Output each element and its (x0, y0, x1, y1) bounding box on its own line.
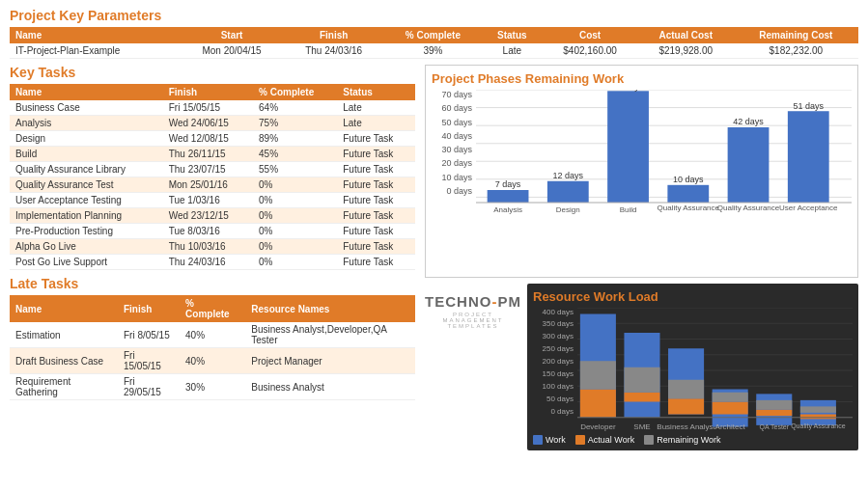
table-cell: Thu 10/03/16 (163, 239, 253, 255)
params-cell: Late (482, 43, 542, 59)
y-label-70: 70 days (441, 90, 472, 99)
late-tasks-col-header: Resource Names (245, 295, 415, 322)
svg-text:Developer: Developer (580, 422, 616, 431)
table-row: Post Go Live SupportThu 24/03/160%Future… (10, 255, 415, 270)
table-cell: Post Go Live Support (10, 255, 163, 270)
table-cell: Future Task (337, 131, 415, 147)
legend-work-label: Work (546, 435, 566, 445)
svg-text:Quality Assurance: Quality Assurance (717, 204, 780, 212)
table-cell: Late (337, 116, 415, 131)
svg-text:Design: Design (556, 205, 580, 214)
table-cell: Mon 25/01/16 (163, 177, 253, 193)
svg-text:Business Analyst: Business Analyst (657, 422, 715, 431)
svg-text:Analysis: Analysis (493, 205, 522, 214)
svg-rect-51 (713, 392, 748, 401)
legend-work: Work (533, 435, 566, 445)
y-label-60: 60 days (441, 103, 472, 113)
table-row: EstimationFri 8/05/1540%Business Analyst… (10, 322, 415, 348)
params-cell: IT-Project-Plan-Example (10, 43, 180, 59)
params-cell: Mon 20/04/15 (180, 43, 283, 59)
y-label-10: 10 days (441, 173, 472, 182)
late-tasks-body: EstimationFri 8/05/1540%Business Analyst… (10, 322, 415, 400)
project-params-title: Project Key Parameters (10, 8, 858, 23)
svg-text:User Acceptance: User Acceptance (779, 204, 838, 212)
svg-rect-47 (668, 379, 704, 398)
svg-text:Quality Assurance: Quality Assurance (791, 422, 846, 429)
svg-text:Quality Assurance: Quality Assurance (658, 204, 720, 212)
table-cell: Future Task (337, 255, 415, 270)
svg-text:7 days: 7 days (495, 179, 521, 189)
table-cell: Project Manager (245, 348, 415, 374)
table-row: Quality Assurance TestMon 25/01/160%Futu… (10, 177, 415, 193)
key-tasks-title: Key Tasks (10, 65, 415, 80)
svg-rect-59 (800, 406, 836, 413)
resource-chart-inner: 0 days 50 days 100 days 150 days 200 day… (533, 308, 853, 433)
y-label-40: 40 days (441, 131, 472, 141)
y-label-50: 50 days (441, 118, 472, 127)
svg-text:QA Tester: QA Tester (759, 423, 789, 431)
table-cell: Quality Assurance Library (10, 162, 163, 177)
table-cell: Fri 15/05/15 (163, 100, 253, 116)
table-cell: Alpha Go Live (10, 239, 163, 255)
table-cell: Wed 12/08/15 (163, 131, 253, 147)
svg-rect-10 (547, 181, 589, 203)
table-cell: 55% (253, 162, 337, 177)
table-cell: Thu 23/07/15 (163, 162, 253, 177)
legend-remaining-label: Remaining Work (657, 435, 720, 445)
key-tasks-col-header: Finish (163, 84, 253, 100)
late-tasks-col-header: Name (10, 295, 118, 322)
svg-rect-46 (668, 398, 704, 414)
table-cell: Fri 8/05/15 (118, 322, 180, 348)
table-cell: 40% (180, 322, 245, 348)
svg-text:Library: Library (677, 213, 700, 215)
logo-pm: PM (497, 293, 521, 310)
table-cell: 0% (253, 255, 337, 270)
late-tasks-section: Late Tasks NameFinish% CompleteResource … (10, 276, 415, 400)
resource-svg: Developer SME Business Analyst (577, 308, 853, 433)
svg-text:Architect: Architect (715, 422, 746, 431)
params-cell: $182,232.00 (734, 43, 858, 59)
table-cell: 75% (253, 116, 337, 131)
table-cell: Future Task (337, 193, 415, 208)
params-cell: 39% (384, 43, 482, 59)
table-cell: Future Task (337, 224, 415, 239)
params-col-header: Remaining Cost (734, 27, 858, 43)
key-tasks-section: Key Tasks NameFinish% CompleteStatus Bus… (10, 65, 415, 270)
table-cell: 0% (253, 193, 337, 208)
params-col-header: Name (10, 27, 180, 43)
svg-rect-13 (607, 91, 649, 203)
phases-chart-area: 7 days Analysis 12 days Design 64 days B… (476, 90, 852, 215)
key-tasks-col-header: Name (10, 84, 163, 100)
svg-text:Build: Build (620, 205, 637, 214)
logo-techno: TECHNO (425, 293, 491, 310)
key-tasks-table: NameFinish% CompleteStatus Business Case… (10, 84, 415, 270)
table-cell: Future Task (337, 177, 415, 193)
table-cell: 30% (180, 374, 245, 400)
params-cell: Thu 24/03/16 (284, 43, 384, 59)
table-cell: Draft Business Case (10, 348, 118, 374)
logo-text: TECHNO-PM (425, 293, 521, 310)
svg-rect-50 (713, 401, 748, 414)
table-row: Implementation PlanningWed 23/12/150%Fut… (10, 208, 415, 224)
table-cell: Quality Assurance Test (10, 177, 163, 193)
table-cell: 40% (180, 348, 245, 374)
table-cell: Analysis (10, 116, 163, 131)
resource-bars: Developer SME Business Analyst (577, 308, 853, 433)
key-tasks-body: Business CaseFri 15/05/1564%LateAnalysis… (10, 100, 415, 270)
table-cell: Wed 24/06/15 (163, 116, 253, 131)
svg-rect-39 (580, 361, 616, 389)
y-label-20: 20 days (441, 158, 472, 168)
table-cell: 0% (253, 208, 337, 224)
resource-y-axis: 0 days 50 days 100 days 150 days 200 day… (533, 308, 574, 433)
params-col-header: Actual Cost (638, 27, 734, 43)
left-panels: Key Tasks NameFinish% CompleteStatus Bus… (10, 65, 415, 482)
svg-rect-43 (624, 367, 659, 392)
svg-rect-55 (756, 399, 792, 409)
legend-work-dot (533, 435, 543, 445)
logo-subtitle: PROJECT MANAGEMENT TEMPLATES (425, 312, 521, 329)
params-col-header: Finish (284, 27, 384, 43)
params-col-header: % Complete (384, 27, 482, 43)
late-tasks-col-header: % Complete (180, 295, 245, 322)
legend-remaining: Remaining Work (644, 435, 720, 445)
legend-actual-label: Actual Work (588, 435, 634, 445)
